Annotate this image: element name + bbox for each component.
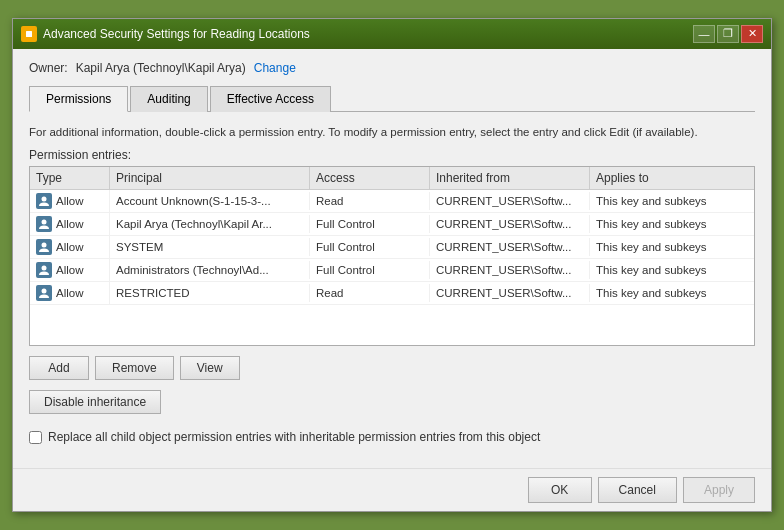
table-row[interactable]: Allow Account Unknown(S-1-15-3-... Read … <box>30 190 754 213</box>
cell-type: Allow <box>30 213 110 235</box>
user-icon <box>36 216 52 232</box>
cell-type: Allow <box>30 282 110 304</box>
perm-entries-label: Permission entries: <box>29 148 755 162</box>
restore-button[interactable]: ❐ <box>717 25 739 43</box>
col-inherited: Inherited from <box>430 167 590 189</box>
user-icon <box>36 239 52 255</box>
remove-button[interactable]: Remove <box>95 356 174 380</box>
cancel-button[interactable]: Cancel <box>598 477 677 503</box>
change-owner-link[interactable]: Change <box>254 61 296 75</box>
tab-auditing[interactable]: Auditing <box>130 86 207 112</box>
title-bar-left: Advanced Security Settings for Reading L… <box>21 26 310 42</box>
user-icon <box>36 193 52 209</box>
cell-applies: This key and subkeys <box>590 284 730 302</box>
user-icon <box>36 285 52 301</box>
cell-applies: This key and subkeys <box>590 238 730 256</box>
cell-principal: Kapil Arya (Technoyl\Kapil Ar... <box>110 215 310 233</box>
user-icon <box>36 262 52 278</box>
cell-inherited: CURRENT_USER\Softw... <box>430 261 590 279</box>
svg-point-3 <box>42 220 47 225</box>
cell-type: Allow <box>30 259 110 281</box>
cell-access: Full Control <box>310 261 430 279</box>
info-text: For additional information, double-click… <box>29 124 755 140</box>
main-window: Advanced Security Settings for Reading L… <box>12 18 772 512</box>
cell-inherited: CURRENT_USER\Softw... <box>430 238 590 256</box>
cell-applies: This key and subkeys <box>590 261 730 279</box>
table-header: Type Principal Access Inherited from App… <box>30 167 754 190</box>
cell-access: Full Control <box>310 238 430 256</box>
col-applies: Applies to <box>590 167 730 189</box>
add-button[interactable]: Add <box>29 356 89 380</box>
close-button[interactable]: ✕ <box>741 25 763 43</box>
disable-inheritance-button[interactable]: Disable inheritance <box>29 390 161 414</box>
tab-permissions[interactable]: Permissions <box>29 86 128 112</box>
cell-principal: Account Unknown(S-1-15-3-... <box>110 192 310 210</box>
table-row[interactable]: Allow SYSTEM Full Control CURRENT_USER\S… <box>30 236 754 259</box>
cell-inherited: CURRENT_USER\Softw... <box>430 284 590 302</box>
replace-checkbox[interactable] <box>29 431 42 444</box>
cell-principal: SYSTEM <box>110 238 310 256</box>
cell-type: Allow <box>30 236 110 258</box>
title-bar-buttons: — ❐ ✕ <box>693 25 763 43</box>
cell-applies: This key and subkeys <box>590 192 730 210</box>
ok-button[interactable]: OK <box>528 477 592 503</box>
app-icon <box>21 26 37 42</box>
replace-checkbox-label: Replace all child object permission entr… <box>48 430 540 444</box>
svg-point-6 <box>42 289 47 294</box>
svg-point-2 <box>42 197 47 202</box>
minimize-button[interactable]: — <box>693 25 715 43</box>
cell-access: Full Control <box>310 215 430 233</box>
apply-button[interactable]: Apply <box>683 477 755 503</box>
title-bar: Advanced Security Settings for Reading L… <box>13 19 771 49</box>
tab-bar: Permissions Auditing Effective Access <box>29 85 755 112</box>
tab-effective-access[interactable]: Effective Access <box>210 86 331 112</box>
window-title: Advanced Security Settings for Reading L… <box>43 27 310 41</box>
svg-rect-1 <box>26 31 32 37</box>
action-buttons: Add Remove View <box>29 356 755 380</box>
dialog-content: Owner: Kapil Arya (Technoyl\Kapil Arya) … <box>13 49 771 468</box>
cell-principal: RESTRICTED <box>110 284 310 302</box>
svg-point-5 <box>42 266 47 271</box>
cell-type: Allow <box>30 190 110 212</box>
dialog-footer: OK Cancel Apply <box>13 468 771 511</box>
view-button[interactable]: View <box>180 356 240 380</box>
cell-access: Read <box>310 284 430 302</box>
permissions-table: Type Principal Access Inherited from App… <box>29 166 755 346</box>
cell-inherited: CURRENT_USER\Softw... <box>430 215 590 233</box>
table-row[interactable]: Allow Administrators (Technoyl\Ad... Ful… <box>30 259 754 282</box>
table-row[interactable]: Allow RESTRICTED Read CURRENT_USER\Softw… <box>30 282 754 305</box>
replace-checkbox-row: Replace all child object permission entr… <box>29 430 755 444</box>
table-body: Allow Account Unknown(S-1-15-3-... Read … <box>30 190 754 345</box>
cell-applies: This key and subkeys <box>590 215 730 233</box>
col-access: Access <box>310 167 430 189</box>
table-row[interactable]: Allow Kapil Arya (Technoyl\Kapil Ar... F… <box>30 213 754 236</box>
owner-row: Owner: Kapil Arya (Technoyl\Kapil Arya) … <box>29 61 755 75</box>
col-type: Type <box>30 167 110 189</box>
owner-value: Kapil Arya (Technoyl\Kapil Arya) <box>76 61 246 75</box>
cell-principal: Administrators (Technoyl\Ad... <box>110 261 310 279</box>
owner-label: Owner: <box>29 61 68 75</box>
cell-access: Read <box>310 192 430 210</box>
svg-point-4 <box>42 243 47 248</box>
col-principal: Principal <box>110 167 310 189</box>
cell-inherited: CURRENT_USER\Softw... <box>430 192 590 210</box>
